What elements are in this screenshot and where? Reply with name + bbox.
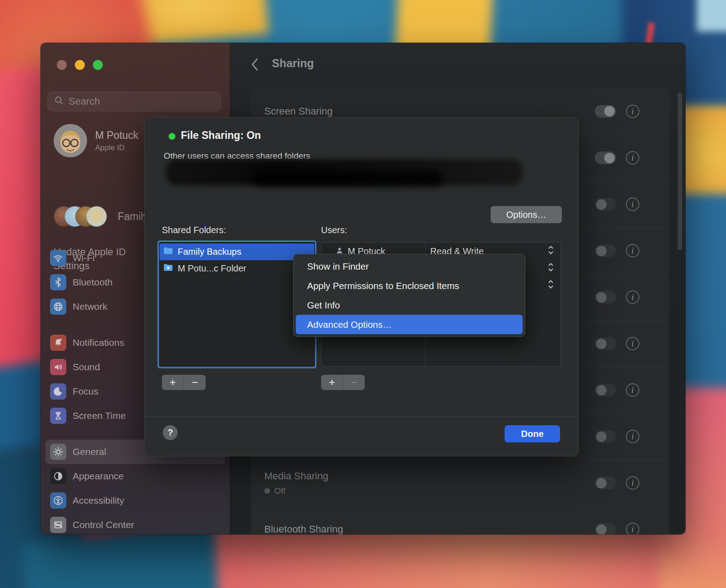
shared-folders-label: Shared Folders:	[162, 225, 226, 235]
context-menu: Show in Finder Apply Permissions to Encl…	[293, 254, 525, 337]
avatar	[54, 124, 87, 157]
sidebar-item-label: Wi-Fi	[73, 253, 95, 263]
folder-row[interactable]: M Potu...c Folder	[160, 260, 314, 277]
shared-folder-icon	[163, 263, 173, 274]
profile-subtitle: Apple ID	[95, 143, 138, 152]
service-row: Media Sharing Off i	[251, 459, 669, 506]
service-toggle[interactable]	[595, 152, 616, 164]
users-label: Users:	[321, 225, 347, 235]
toggle-knob	[596, 292, 607, 303]
bluetooth-icon	[50, 274, 66, 290]
hourglass-icon	[50, 408, 66, 424]
sidebar-item-label: Focus	[73, 386, 98, 397]
search-placeholder: Search	[69, 96, 100, 107]
info-icon[interactable]: i	[626, 198, 639, 211]
options-button[interactable]: Options…	[491, 206, 562, 223]
permission-stepper-icon[interactable]	[547, 262, 554, 275]
toggle-knob	[604, 106, 615, 116]
family-avatar	[86, 206, 107, 227]
info-icon[interactable]: i	[626, 244, 639, 257]
add-folder-button[interactable]: +	[162, 375, 184, 390]
remove-user-button[interactable]: −	[343, 375, 365, 390]
service-toggle[interactable]	[595, 523, 616, 534]
sidebar-item-label: Appearance	[73, 471, 124, 482]
minimize-button[interactable]	[75, 60, 85, 70]
service-toggle[interactable]	[595, 384, 616, 396]
sidebar-item-accessibility[interactable]: Accessibility	[46, 488, 225, 513]
toggle-knob	[596, 246, 607, 256]
shared-folders-list[interactable]: Family Backups M Potu...c Folder	[159, 242, 315, 367]
folder-icon	[163, 247, 173, 257]
page-title: Sharing	[272, 57, 314, 70]
sidebar-item-label: Bluetooth	[73, 277, 113, 288]
sidebar-item-label: Accessibility	[73, 495, 124, 506]
sidebar-item-label: Network	[73, 301, 107, 312]
info-icon[interactable]: i	[626, 383, 639, 397]
service-label: Media Sharing	[264, 470, 595, 482]
status-dot	[264, 488, 270, 494]
info-icon[interactable]: i	[626, 476, 639, 490]
help-button[interactable]: ?	[163, 425, 178, 440]
sidebar-item-label: Control Center	[73, 519, 134, 530]
service-toggle[interactable]	[595, 337, 616, 350]
service-label: Bluetooth Sharing	[264, 524, 595, 534]
toggle-knob	[604, 153, 615, 163]
search-icon	[54, 96, 64, 107]
moon-icon	[50, 383, 66, 400]
close-button[interactable]	[57, 60, 67, 70]
back-chevron-icon[interactable]	[250, 57, 259, 72]
info-icon[interactable]: i	[626, 430, 639, 443]
folder-name: M Potu...c Folder	[178, 263, 246, 274]
service-toggle[interactable]	[595, 105, 616, 118]
sidebar-item-label: General	[73, 446, 106, 457]
done-button[interactable]: Done	[505, 425, 560, 442]
users-add-remove: + −	[321, 375, 365, 390]
info-icon[interactable]: i	[626, 337, 639, 350]
menu-item-show-in-finder[interactable]: Show in Finder	[296, 257, 523, 276]
apple-id-profile[interactable]: M Potuck Apple ID	[54, 124, 138, 157]
zoom-button[interactable]	[93, 60, 103, 70]
appearance-icon	[50, 468, 66, 484]
info-icon[interactable]: i	[626, 151, 639, 165]
dialog-divider	[145, 416, 578, 417]
profile-name: M Potuck	[95, 129, 138, 142]
service-status: Off	[264, 486, 595, 496]
family-item[interactable]: Family	[54, 206, 148, 227]
profile-text: M Potuck Apple ID	[95, 129, 138, 152]
service-toggle[interactable]	[595, 244, 616, 257]
wifi-icon	[50, 250, 66, 266]
folder-row[interactable]: Family Backups	[160, 243, 314, 260]
toggle-knob	[596, 385, 607, 395]
dialog-title: File Sharing: On	[181, 129, 261, 142]
info-icon[interactable]: i	[626, 105, 639, 118]
remove-folder-button[interactable]: −	[184, 375, 206, 390]
folders-add-remove: + −	[162, 375, 206, 390]
folder-name: Family Backups	[178, 247, 241, 257]
info-icon[interactable]: i	[626, 523, 639, 534]
redacted-address	[253, 171, 442, 186]
info-icon[interactable]: i	[626, 290, 639, 304]
window-controls	[57, 60, 103, 70]
search-input[interactable]: Search	[47, 92, 221, 111]
service-toggle[interactable]	[595, 291, 616, 303]
service-toggle[interactable]	[595, 198, 616, 211]
bell-icon	[50, 335, 66, 351]
menu-item-get-info[interactable]: Get Info	[296, 295, 523, 315]
permission-stepper-icon[interactable]	[547, 245, 554, 257]
service-toggle[interactable]	[595, 477, 616, 489]
menu-item-apply-permissions[interactable]: Apply Permissions to Enclosed Items	[296, 276, 523, 295]
service-label: Screen Sharing	[264, 106, 595, 117]
sidebar-item-control-center[interactable]: Control Center	[46, 513, 225, 534]
scrollbar[interactable]	[678, 92, 682, 250]
status-dot	[169, 133, 175, 140]
globe-icon	[50, 299, 66, 315]
permission-stepper-icon[interactable]	[547, 279, 554, 292]
speaker-icon	[50, 359, 66, 375]
menu-item-advanced-options[interactable]: Advanced Options…	[296, 315, 523, 334]
add-user-button[interactable]: +	[321, 375, 343, 390]
toggle-knob	[596, 339, 607, 349]
sidebar-item-appearance[interactable]: Appearance	[46, 464, 225, 488]
gear-icon	[50, 444, 66, 460]
service-toggle[interactable]	[595, 430, 616, 443]
sidebar-item-label: Sound	[73, 362, 100, 372]
